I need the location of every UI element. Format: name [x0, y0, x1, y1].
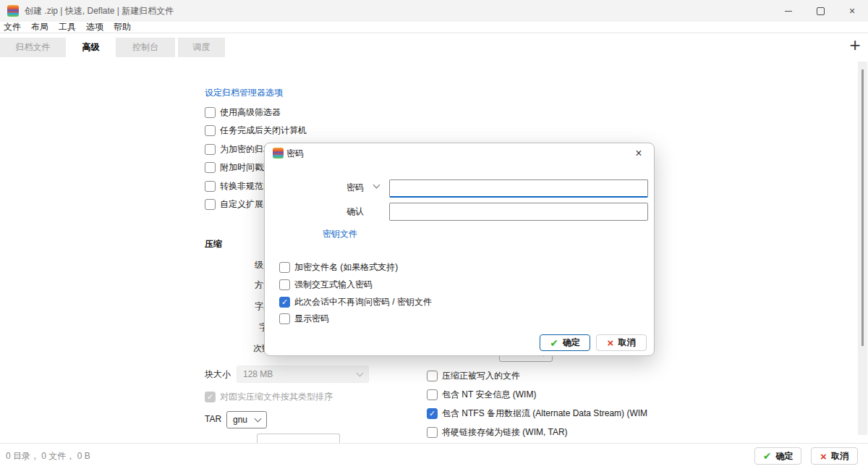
dialog-title: 密码	[286, 148, 304, 160]
checkbox-box[interactable]	[279, 279, 290, 290]
checkbox-box[interactable]	[427, 408, 438, 419]
check-icon: ✔	[763, 451, 772, 461]
checkbox-box[interactable]	[279, 262, 290, 273]
keyfile-link[interactable]: 密钥文件	[323, 228, 357, 240]
chevron-down-icon	[357, 369, 364, 376]
checkbox-advanced-filters[interactable]: 使用高级筛选器	[205, 106, 281, 119]
tar-format-select[interactable]: gnu	[226, 411, 267, 428]
checkbox-box	[205, 392, 216, 402]
menu-tools[interactable]: 工具	[59, 21, 76, 33]
confirm-input[interactable]	[389, 203, 648, 221]
app-icon	[7, 5, 19, 17]
menu-help[interactable]: 帮助	[114, 21, 131, 33]
app-window: 创建 .zip | 快速, Deflate | 新建归档文件 × 文件 布局 工…	[0, 0, 868, 469]
checkbox-box[interactable]	[205, 144, 216, 155]
password-dialog: 密码 × 密码 确认 密钥文件 加密文件名 (如果格式支持) 强制交互式输入密码…	[264, 143, 655, 356]
tab-console[interactable]: 控制台	[116, 38, 175, 57]
close-icon: ×	[849, 6, 855, 16]
checkbox-compress-open-files[interactable]: 压缩正被写入的文件	[427, 370, 520, 382]
window-title: 创建 .zip | 快速, Deflate | 新建归档文件	[25, 0, 174, 22]
checkbox-ntfs-ads[interactable]: 包含 NTFS 备用数据流 (Alternate Data Stream) (W…	[427, 407, 647, 420]
checkbox-box[interactable]	[279, 313, 290, 324]
checkbox-dont-ask-again[interactable]: 此次会话中不再询问密码 / 密钥文件	[279, 296, 432, 308]
checkbox-convert-noncanonical[interactable]: 转换非规范的	[205, 180, 272, 193]
tab-schedule[interactable]: 调度	[178, 38, 225, 57]
archive-manager-options-link[interactable]: 设定归档管理器选项	[205, 87, 283, 99]
minimize-button[interactable]	[773, 0, 804, 22]
check-icon: ✔	[550, 338, 558, 348]
tab-advanced[interactable]: 高级	[69, 38, 113, 57]
x-icon: ×	[820, 451, 827, 462]
checkbox-box[interactable]	[205, 125, 216, 136]
password-options-chevron-icon[interactable]	[373, 182, 380, 189]
menu-options[interactable]: 选项	[86, 21, 103, 33]
plus-icon: +	[849, 34, 860, 56]
vertical-scrollbar[interactable]	[858, 62, 867, 435]
checkbox-encrypt-filenames[interactable]: 加密文件名 (如果格式支持)	[279, 261, 398, 274]
dialog-app-icon	[273, 148, 284, 159]
tab-archive[interactable]: 归档文件	[0, 38, 66, 57]
checkbox-box[interactable]	[205, 199, 216, 210]
checkbox-shutdown-after-task[interactable]: 任务完成后关闭计算机	[205, 124, 307, 137]
checkbox-box[interactable]	[205, 162, 216, 173]
checkbox-box[interactable]	[427, 371, 438, 381]
checkbox-store-hardlinks[interactable]: 将硬链接存储为链接 (WIM, TAR)	[427, 426, 568, 439]
title-bar: 创建 .zip | 快速, Deflate | 新建归档文件 ×	[0, 0, 868, 22]
maximize-button[interactable]	[804, 0, 836, 22]
checkbox-box[interactable]	[205, 107, 216, 118]
status-summary: 0 目录， 0 文件， 0 B	[6, 444, 90, 469]
new-tab-button[interactable]: +	[845, 35, 865, 55]
checkbox-box[interactable]	[205, 181, 216, 192]
close-icon: ×	[635, 147, 642, 160]
menu-file[interactable]: 文件	[4, 21, 21, 33]
dialog-ok-button[interactable]: ✔ 确定	[540, 334, 590, 351]
checkbox-nt-security[interactable]: 包含 NT 安全信息 (WIM)	[427, 389, 536, 401]
close-button[interactable]: ×	[836, 0, 868, 22]
password-label: 密码	[346, 182, 364, 194]
tar-label: TAR	[205, 414, 221, 424]
chevron-down-icon	[255, 415, 262, 422]
checkbox-box[interactable]	[279, 297, 290, 308]
dialog-cancel-button[interactable]: × 取消	[596, 334, 647, 351]
partial-input[interactable]	[257, 434, 340, 444]
menu-bar: 文件 布局 工具 选项 帮助	[0, 22, 868, 33]
status-bar: 0 目录， 0 文件， 0 B ✔ 确定 × 取消	[0, 443, 868, 469]
checkbox-custom-extension[interactable]: 自定义扩展名	[205, 198, 272, 211]
block-size-select: 128 MB	[237, 366, 369, 383]
cancel-button[interactable]: × 取消	[811, 447, 858, 465]
checkbox-encrypted-archive[interactable]: 为加密的归档	[205, 143, 272, 156]
checkbox-box[interactable]	[427, 389, 438, 400]
scrollbar-thumb[interactable]	[861, 69, 864, 346]
checkbox-solid-sort: 对固实压缩文件按其类型排序	[205, 391, 333, 403]
dialog-close-button[interactable]: ×	[631, 145, 647, 161]
checkbox-show-password[interactable]: 显示密码	[279, 313, 329, 325]
minimize-icon	[785, 11, 792, 12]
password-input[interactable]	[389, 179, 648, 198]
x-icon: ×	[608, 337, 614, 348]
ok-button[interactable]: ✔ 确定	[754, 447, 801, 465]
compression-section-header: 压缩	[205, 238, 222, 250]
block-size-label: 块大小	[205, 368, 231, 381]
checkbox-box[interactable]	[427, 427, 438, 438]
menu-layout[interactable]: 布局	[31, 21, 48, 33]
confirm-label: 确认	[346, 206, 364, 218]
checkbox-force-interactive[interactable]: 强制交互式输入密码	[279, 279, 373, 291]
maximize-icon	[817, 7, 825, 15]
checkbox-append-timestamp[interactable]: 附加时间戳到	[205, 161, 272, 174]
